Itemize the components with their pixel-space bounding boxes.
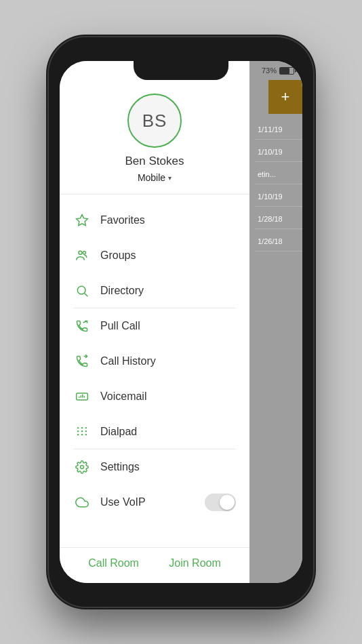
bottom-actions: Call Room Join Room [60, 547, 249, 583]
svg-marker-0 [77, 215, 88, 226]
phone-pull-icon [73, 317, 91, 335]
dialpad-label: Dialpad [100, 426, 236, 438]
sidebar-item-favorites[interactable]: Favorites [60, 203, 249, 238]
svg-point-2 [83, 251, 85, 254]
right-panel: + 1/11/19 1/10/19 etin... 1/10/19 [249, 61, 302, 583]
sidebar-item-directory[interactable]: Directory [60, 273, 249, 308]
svg-line-4 [85, 294, 88, 297]
cloud-icon [73, 494, 91, 511]
sidebar-item-settings[interactable]: Settings [60, 449, 249, 485]
favorites-label: Favorites [100, 214, 236, 226]
pull-call-label: Pull Call [100, 320, 236, 332]
date-text: 1/11/19 [258, 125, 283, 134]
date-text: etin... [258, 170, 276, 178]
svg-point-1 [79, 251, 82, 254]
date-item: 1/28/18 [255, 208, 302, 229]
sidebar-item-dialpad[interactable]: Dialpad [60, 414, 249, 449]
dialpad-icon [73, 423, 91, 441]
settings-label: Settings [100, 461, 236, 473]
date-text: 1/26/18 [258, 237, 283, 245]
date-item: 1/26/18 [255, 230, 302, 251]
directory-label: Directory [100, 285, 236, 297]
svg-point-16 [81, 430, 83, 432]
drawer-panel: BS Ben Stokes Mobile ▾ [60, 61, 249, 583]
voip-toggle[interactable] [205, 494, 236, 511]
date-text: 1/10/19 [258, 193, 283, 201]
date-item: 1/10/19 [255, 141, 302, 162]
svg-point-19 [81, 434, 83, 435]
voicemail-icon [73, 388, 91, 405]
groups-icon [73, 247, 91, 264]
phone-screen: 73% BS Ben Stokes Mobile ▾ [60, 61, 302, 583]
battery-percent: 73% [262, 66, 277, 75]
phone-history-icon [73, 353, 91, 370]
voicemail-label: Voicemail [100, 390, 236, 403]
date-text: 1/10/19 [258, 148, 283, 156]
svg-point-14 [85, 427, 87, 428]
svg-rect-7 [77, 393, 88, 400]
status-bar: 73% [248, 61, 302, 80]
search-icon [73, 282, 91, 300]
join-room-button[interactable]: Join Room [169, 557, 220, 569]
svg-point-12 [77, 427, 79, 428]
notch [134, 61, 228, 80]
battery-icon [279, 67, 294, 75]
groups-label: Groups [100, 249, 236, 262]
plus-icon: + [281, 88, 290, 106]
profile-role-button[interactable]: Mobile ▾ [138, 172, 172, 183]
avatar-initials: BS [142, 110, 167, 132]
svg-point-13 [81, 427, 83, 428]
sidebar-item-pull-call[interactable]: Pull Call [60, 308, 249, 344]
use-voip-label: Use VoIP [100, 496, 205, 508]
date-text: 1/28/18 [258, 215, 283, 223]
toggle-knob [220, 495, 235, 510]
svg-point-3 [77, 286, 85, 294]
chevron-down-icon: ▾ [168, 174, 172, 182]
add-button[interactable]: + [268, 80, 302, 114]
menu-list: Favorites Groups [60, 200, 249, 547]
phone-outer: 73% BS Ben Stokes Mobile ▾ [49, 37, 313, 607]
date-item: etin... [255, 163, 302, 184]
sidebar-item-voicemail[interactable]: Voicemail [60, 379, 249, 414]
svg-point-18 [77, 434, 79, 435]
svg-point-21 [81, 466, 84, 469]
svg-point-20 [85, 434, 87, 435]
star-icon [73, 212, 91, 229]
phone-frame: 73% BS Ben Stokes Mobile ▾ [0, 0, 362, 644]
profile-name: Ben Stokes [125, 155, 184, 168]
sidebar-item-groups[interactable]: Groups [60, 238, 249, 273]
profile-role-label: Mobile [138, 172, 165, 183]
profile-section: BS Ben Stokes Mobile ▾ [60, 80, 249, 195]
date-item: 1/11/19 [255, 119, 302, 140]
svg-point-15 [77, 430, 79, 432]
gear-icon [73, 458, 91, 476]
battery-fill [280, 68, 289, 74]
sidebar-item-call-history[interactable]: Call History [60, 344, 249, 379]
call-history-label: Call History [100, 355, 236, 367]
avatar: BS [127, 94, 182, 148]
date-item: 1/10/19 [255, 186, 302, 207]
svg-point-17 [85, 430, 87, 432]
sidebar-item-use-voip[interactable]: Use VoIP [60, 485, 249, 520]
call-room-button[interactable]: Call Room [88, 557, 139, 569]
